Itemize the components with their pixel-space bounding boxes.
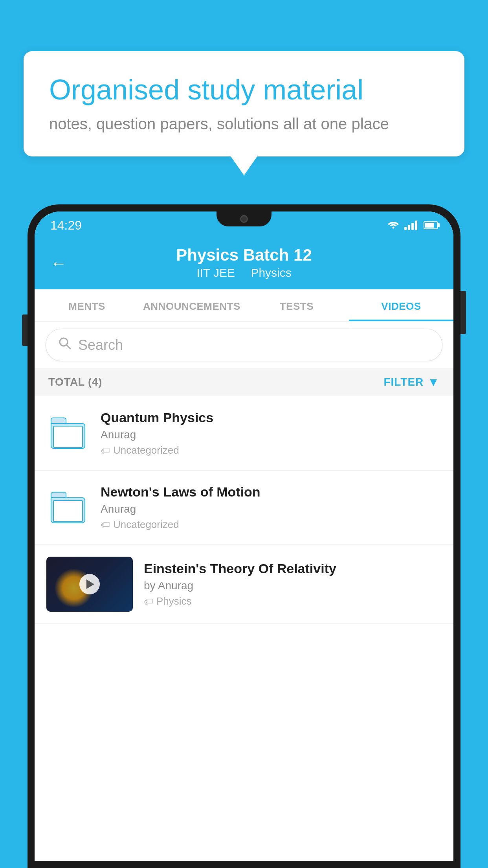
video-tag: 🏷 Uncategorized	[101, 444, 442, 456]
video-list: Quantum Physics Anurag 🏷 Uncategorized	[35, 396, 453, 624]
tab-ments[interactable]: MENTS	[35, 289, 139, 321]
video-title: Einstein's Theory Of Relativity	[144, 561, 442, 576]
bubble-subtitle: notes, question papers, solutions all at…	[49, 115, 439, 133]
camera	[240, 215, 248, 223]
tag-label: Physics	[156, 595, 192, 607]
search-input-wrap[interactable]: Search	[46, 329, 442, 361]
speech-bubble: Organised study material notes, question…	[24, 51, 464, 156]
tag-label: Uncategorized	[113, 444, 179, 456]
list-item[interactable]: Newton's Laws of Motion Anurag 🏷 Uncateg…	[35, 471, 453, 545]
video-author: Anurag	[101, 503, 442, 515]
video-title: Newton's Laws of Motion	[101, 484, 442, 500]
wifi-icon	[387, 219, 400, 232]
svg-line-2	[66, 345, 70, 349]
header-title: Physics Batch 12	[50, 246, 438, 265]
speech-bubble-container: Organised study material notes, question…	[24, 51, 464, 156]
video-thumbnail	[46, 557, 133, 612]
phone-screen: 14:29	[35, 211, 453, 861]
subtitle-iitjee: IIT JEE	[196, 266, 235, 279]
tab-announcements[interactable]: ANNOUNCEMENTS	[139, 289, 244, 321]
signal-icon	[404, 221, 417, 230]
search-placeholder: Search	[78, 337, 123, 353]
app-header: ← Physics Batch 12 IIT JEE Physics	[35, 237, 453, 289]
video-author: Anurag	[101, 428, 442, 441]
folder-icon	[46, 486, 90, 529]
tab-tests[interactable]: TESTS	[244, 289, 349, 321]
total-count: TOTAL (4)	[48, 376, 102, 388]
subtitle-physics: Physics	[251, 266, 291, 279]
video-title: Quantum Physics	[101, 410, 442, 425]
tag-label: Uncategorized	[113, 519, 179, 531]
tab-videos[interactable]: VIDEOS	[349, 289, 453, 321]
tag-icon: 🏷	[101, 445, 110, 456]
filter-label: FILTER	[383, 376, 424, 388]
video-info: Quantum Physics Anurag 🏷 Uncategorized	[101, 410, 442, 456]
phone-outer: 14:29	[28, 204, 460, 868]
video-tag: 🏷 Physics	[144, 595, 442, 607]
svg-point-0	[393, 227, 394, 229]
phone-mockup: 14:29	[28, 204, 460, 868]
search-container: Search	[35, 322, 453, 368]
back-button[interactable]: ←	[50, 254, 67, 273]
tag-icon: 🏷	[144, 596, 153, 607]
status-time: 14:29	[50, 218, 82, 233]
filter-button[interactable]: FILTER ▼	[383, 375, 440, 389]
video-tag: 🏷 Uncategorized	[101, 519, 442, 531]
video-info: Einstein's Theory Of Relativity by Anura…	[144, 561, 442, 607]
video-author: by Anurag	[144, 579, 442, 592]
header-subtitle: IIT JEE Physics	[50, 266, 438, 280]
filter-bar: TOTAL (4) FILTER ▼	[35, 368, 453, 396]
folder-icon	[46, 412, 90, 455]
status-icons	[387, 219, 438, 232]
tabs-bar: MENTS ANNOUNCEMENTS TESTS VIDEOS	[35, 289, 453, 322]
search-icon	[58, 336, 72, 354]
battery-icon	[424, 221, 438, 229]
tag-icon: 🏷	[101, 519, 110, 530]
list-item[interactable]: Einstein's Theory Of Relativity by Anura…	[35, 545, 453, 624]
list-item[interactable]: Quantum Physics Anurag 🏷 Uncategorized	[35, 396, 453, 471]
play-button[interactable]	[79, 574, 100, 594]
bubble-title: Organised study material	[49, 73, 439, 107]
notch	[216, 211, 272, 226]
filter-funnel-icon: ▼	[427, 375, 440, 389]
video-info: Newton's Laws of Motion Anurag 🏷 Uncateg…	[101, 484, 442, 531]
